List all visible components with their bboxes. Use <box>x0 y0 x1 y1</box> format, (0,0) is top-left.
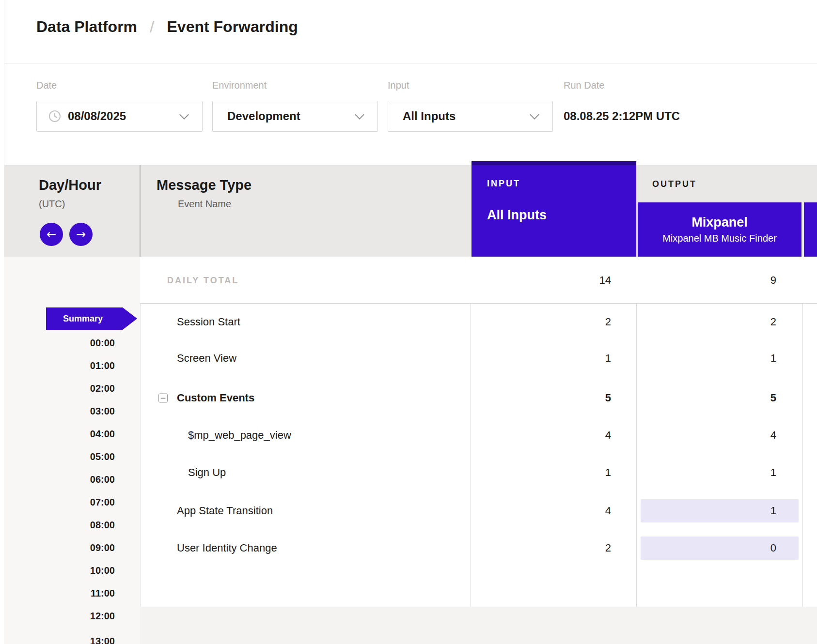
header-column-divider <box>140 165 141 257</box>
table-row-session-start: Session Start 2 2 <box>140 303 817 340</box>
date-dropdown-value: 08/08/2025 <box>68 109 126 123</box>
summary-label: Summary <box>63 314 103 324</box>
chevron-down-icon <box>355 110 364 120</box>
breadcrumb-section[interactable]: Data Platform <box>36 18 137 36</box>
row-input-value: 4 <box>471 429 611 442</box>
hour-item-04[interactable]: 04:00 <box>90 428 115 440</box>
hour-item-03[interactable]: 03:00 <box>90 405 115 417</box>
breadcrumb-page: Event Forwarding <box>167 18 298 36</box>
minus-icon: − <box>160 394 166 401</box>
output-column-header[interactable]: Mixpanel Mixpanel MB Music Finder <box>638 202 801 257</box>
row-input-value: 2 <box>471 316 611 328</box>
arrow-left-icon: ← <box>47 228 56 241</box>
hour-item-01[interactable]: 01:00 <box>90 360 115 371</box>
hour-rail: Summary 00:00 01:00 02:00 03:00 04:00 05… <box>4 257 140 644</box>
hour-item-05[interactable]: 05:00 <box>90 451 115 462</box>
row-label: Sign Up <box>188 466 226 479</box>
row-input-value: 1 <box>471 466 611 479</box>
row-output-value: 2 <box>638 316 776 328</box>
row-label: User Identity Change <box>177 542 277 554</box>
row-label: App State Transition <box>177 505 273 517</box>
row-output-value: 1 <box>638 466 776 479</box>
row-output-value: 1 <box>638 505 776 517</box>
input-section-label: INPUT <box>487 179 520 189</box>
breadcrumb-separator-icon: / <box>150 17 154 36</box>
row-output-value: 5 <box>638 392 776 404</box>
table-row-mp-web-page-view: $mp_web_page_view 4 4 <box>140 416 817 454</box>
daily-total-input-value: 14 <box>471 274 611 287</box>
table-row-custom-events: − Custom Events 5 5 <box>140 379 817 416</box>
clock-icon <box>48 110 61 123</box>
environment-dropdown-value: Development <box>227 109 300 123</box>
input-column-name: All Inputs <box>487 208 547 223</box>
run-date-value: 08.08.25 2:12PM UTC <box>564 109 680 123</box>
chevron-down-icon <box>179 110 189 120</box>
daily-total-output-value: 9 <box>638 274 776 287</box>
row-input-value: 5 <box>471 392 611 404</box>
hour-item-09[interactable]: 09:00 <box>90 542 115 553</box>
row-label: $mp_web_page_view <box>188 429 291 442</box>
row-label: Session Start <box>177 316 240 328</box>
table-row-app-state-transition: App State Transition 4 1 <box>140 492 817 529</box>
input-dropdown[interactable]: All Inputs <box>388 101 553 132</box>
row-input-value: 4 <box>471 505 611 517</box>
date-filter-label: Date <box>36 80 57 91</box>
environment-dropdown[interactable]: Development <box>212 101 378 132</box>
hour-item-08[interactable]: 08:00 <box>90 519 115 531</box>
hour-item-13[interactable]: 13:00 <box>90 635 115 644</box>
day-hour-timezone: (UTC) <box>39 199 65 210</box>
table-footer-band <box>140 607 817 644</box>
hour-item-10[interactable]: 10:00 <box>90 565 115 576</box>
event-name-subheader: Event Name <box>178 199 231 210</box>
table-row-user-identity-change: User Identity Change 2 0 <box>140 529 817 567</box>
daily-total-row: DAILY TOTAL 14 9 <box>140 257 817 304</box>
table-row-screen-view: Screen View 1 1 <box>140 339 817 377</box>
row-label: Screen View <box>177 352 236 365</box>
output-column-name: Mixpanel <box>638 215 801 230</box>
message-type-header: Message Type <box>157 177 251 193</box>
summary-selector[interactable]: Summary <box>46 307 137 330</box>
table-row-sign-up: Sign Up 1 1 <box>140 454 817 491</box>
hour-item-07[interactable]: 07:00 <box>90 496 115 508</box>
date-dropdown[interactable]: 08/08/2025 <box>36 101 203 132</box>
chevron-down-icon <box>530 110 539 120</box>
hour-item-02[interactable]: 02:00 <box>90 383 115 394</box>
input-dropdown-value: All Inputs <box>403 109 456 123</box>
row-output-value: 0 <box>638 542 776 554</box>
row-input-value: 1 <box>471 352 611 365</box>
hour-item-12[interactable]: 12:00 <box>90 610 115 622</box>
output-column-subtitle: Mixpanel MB Music Finder <box>638 233 801 244</box>
output-column-next-partial[interactable] <box>804 202 817 257</box>
event-forwarding-page: Data Platform / Event Forwarding Date En… <box>0 0 817 644</box>
row-label: Custom Events <box>177 392 254 404</box>
hour-item-00[interactable]: 00:00 <box>90 337 115 349</box>
daily-total-label: DAILY TOTAL <box>167 275 239 285</box>
row-input-value: 2 <box>471 542 611 554</box>
topbar-divider <box>4 63 817 63</box>
previous-day-button[interactable]: ← <box>40 223 63 246</box>
day-hour-header: Day/Hour <box>39 177 101 193</box>
collapse-row-button[interactable]: − <box>158 393 168 402</box>
breadcrumb: Data Platform / Event Forwarding <box>36 17 298 36</box>
hour-item-06[interactable]: 06:00 <box>90 474 115 485</box>
input-filter-label: Input <box>388 80 409 91</box>
environment-filter-label: Environment <box>212 80 267 91</box>
input-column-header[interactable]: INPUT All Inputs <box>471 161 636 257</box>
output-section-label: OUTPUT <box>652 179 697 189</box>
arrow-right-icon: → <box>76 228 86 241</box>
row-output-value: 4 <box>638 429 776 442</box>
next-day-button[interactable]: → <box>69 223 93 246</box>
run-date-label: Run Date <box>564 80 605 91</box>
hour-item-11[interactable]: 11:00 <box>91 587 115 599</box>
row-output-value: 1 <box>638 352 776 365</box>
